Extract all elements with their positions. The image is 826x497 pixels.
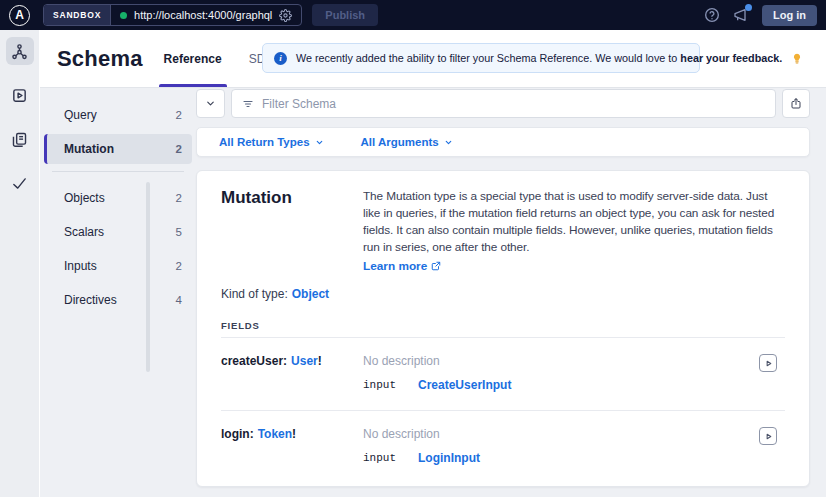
nav-item-count: 4 bbox=[176, 294, 182, 306]
arg-kind: input bbox=[363, 452, 396, 464]
filter-lines-icon bbox=[242, 98, 254, 110]
field-description: No description bbox=[363, 427, 759, 441]
nav-item-label: Objects bbox=[64, 191, 105, 205]
left-icon-rail bbox=[0, 30, 40, 497]
field-name-text: login: bbox=[221, 427, 254, 441]
run-field-button[interactable] bbox=[759, 427, 777, 445]
chip-label: All Arguments bbox=[361, 136, 439, 148]
checks-icon bbox=[11, 175, 28, 192]
notification-dot bbox=[745, 4, 752, 11]
share-icon bbox=[790, 97, 802, 110]
header-tabs: Reference SDL bbox=[164, 30, 272, 87]
filter-row bbox=[196, 89, 810, 118]
login-button[interactable]: Log in bbox=[762, 5, 817, 26]
feedback-banner: i We recently added the ability to filte… bbox=[262, 43, 700, 73]
sandbox-badge: SANDBOX bbox=[44, 5, 111, 25]
share-button[interactable] bbox=[782, 89, 810, 118]
publish-button[interactable]: Publish bbox=[312, 4, 378, 26]
nav-item-inputs[interactable]: Inputs 2 bbox=[44, 251, 192, 281]
chip-all-return-types[interactable]: All Return Types bbox=[219, 136, 324, 148]
apollo-logo[interactable]: A bbox=[9, 5, 30, 26]
nav-item-label: Scalars bbox=[64, 225, 104, 239]
explorer-play-icon bbox=[11, 87, 28, 104]
nav-item-label: Inputs bbox=[64, 259, 97, 273]
schema-graph-icon bbox=[11, 43, 28, 60]
field-row-createuser: createUser:User! No description input Cr… bbox=[221, 338, 785, 411]
field-name-text: createUser: bbox=[221, 354, 287, 368]
field-type-link[interactable]: User bbox=[291, 354, 318, 368]
rail-item-explorer[interactable] bbox=[6, 81, 34, 109]
schema-nav: Query 2 Mutation 2 Objects 2 Scalars 5 I… bbox=[40, 100, 196, 319]
nav-item-count: 2 bbox=[176, 192, 182, 204]
filter-input-wrap bbox=[231, 89, 776, 118]
tab-reference[interactable]: Reference bbox=[164, 30, 222, 87]
learn-more-label: Learn more bbox=[363, 259, 427, 273]
nav-item-directives[interactable]: Directives 4 bbox=[44, 285, 192, 315]
feedback-link[interactable]: hear your feedback. bbox=[680, 52, 782, 64]
chevron-down-icon bbox=[205, 98, 216, 109]
chevron-down-icon bbox=[315, 138, 324, 147]
field-name: login:Token! bbox=[221, 427, 363, 465]
nav-item-objects[interactable]: Objects 2 bbox=[44, 183, 192, 213]
field-description: No description bbox=[363, 354, 759, 368]
arg-type-link[interactable]: CreateUserInput bbox=[418, 378, 511, 392]
endpoint-group: SANDBOX http://localhost:4000/graphql bbox=[43, 4, 302, 26]
gear-icon[interactable] bbox=[279, 9, 292, 22]
type-header-row: Mutation The Mutation type is a special … bbox=[221, 188, 785, 274]
apollo-logo-letter: A bbox=[15, 8, 24, 22]
nav-item-count: 2 bbox=[176, 109, 182, 121]
field-type-link[interactable]: Token bbox=[258, 427, 292, 441]
kind-label: Kind of type: bbox=[221, 287, 288, 301]
nav-item-mutation[interactable]: Mutation 2 bbox=[44, 134, 192, 164]
info-icon: i bbox=[274, 52, 287, 65]
topbar: A SANDBOX http://localhost:4000/graphql … bbox=[0, 0, 826, 30]
endpoint-url-wrap[interactable]: http://localhost:4000/graphql bbox=[111, 5, 301, 25]
arg-type-link[interactable]: LoginInput bbox=[418, 451, 480, 465]
rail-item-collections[interactable] bbox=[6, 125, 34, 153]
nav-scrollbar[interactable] bbox=[146, 182, 150, 372]
play-icon bbox=[763, 358, 774, 369]
type-detail-card: Mutation The Mutation type is a special … bbox=[196, 170, 810, 487]
nav-item-label: Directives bbox=[64, 293, 117, 307]
field-row-login: login:Token! No description input LoginI… bbox=[221, 411, 785, 483]
connection-status-dot bbox=[120, 12, 127, 19]
chip-label: All Return Types bbox=[219, 136, 310, 148]
chip-all-arguments[interactable]: All Arguments bbox=[361, 136, 453, 148]
learn-more-link[interactable]: Learn more bbox=[363, 259, 441, 273]
nav-item-count: 2 bbox=[176, 143, 182, 155]
run-field-button[interactable] bbox=[759, 354, 777, 372]
type-name: Mutation bbox=[221, 188, 363, 274]
fields-section-label: FIELDS bbox=[221, 320, 785, 331]
field-arg-line: input LoginInput bbox=[363, 451, 759, 465]
nav-item-query[interactable]: Query 2 bbox=[44, 100, 192, 130]
field-detail: No description input LoginInput bbox=[363, 427, 759, 465]
kind-of-type-row: Kind of type:Object bbox=[221, 287, 785, 301]
filter-chips-card: All Return Types All Arguments bbox=[196, 127, 810, 157]
type-description: The Mutation type is a special type that… bbox=[363, 188, 785, 256]
chevron-down-icon bbox=[444, 138, 453, 147]
banner-prefix: We recently added the ability to filter … bbox=[296, 52, 680, 64]
nav-item-count: 5 bbox=[176, 226, 182, 238]
page-title: Schema bbox=[57, 46, 143, 72]
field-bang: ! bbox=[292, 427, 296, 441]
field-name: createUser:User! bbox=[221, 354, 363, 392]
filter-dropdown-button[interactable] bbox=[196, 89, 225, 118]
play-icon bbox=[763, 431, 774, 442]
endpoint-url[interactable]: http://localhost:4000/graphql bbox=[134, 9, 272, 21]
arg-kind: input bbox=[363, 379, 396, 391]
banner-text: We recently added the ability to filter … bbox=[296, 52, 782, 64]
collections-icon bbox=[11, 131, 28, 148]
megaphone-icon[interactable] bbox=[733, 7, 749, 23]
nav-item-label: Query bbox=[64, 108, 97, 122]
rail-item-schema[interactable] bbox=[6, 37, 34, 65]
lightbulb-icon bbox=[791, 52, 803, 65]
rail-item-checks[interactable] bbox=[6, 169, 34, 197]
help-icon[interactable] bbox=[704, 7, 720, 23]
nav-item-scalars[interactable]: Scalars 5 bbox=[44, 217, 192, 247]
kind-value-link[interactable]: Object bbox=[292, 287, 329, 301]
external-link-icon bbox=[431, 261, 441, 271]
field-bang: ! bbox=[318, 354, 322, 368]
filter-schema-input[interactable] bbox=[262, 97, 765, 111]
nav-divider bbox=[52, 171, 184, 172]
nav-item-label: Mutation bbox=[64, 142, 114, 156]
